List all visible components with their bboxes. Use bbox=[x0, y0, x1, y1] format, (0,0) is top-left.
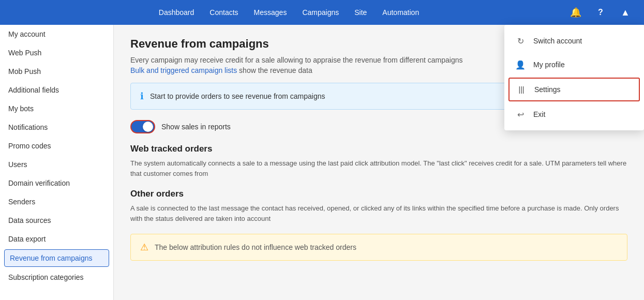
sidebar-item-promo-codes[interactable]: Promo codes bbox=[0, 137, 113, 155]
sidebar: My account Web Push Mob Push Additional … bbox=[0, 25, 114, 300]
bell-button[interactable]: 🔔 bbox=[567, 4, 584, 21]
sidebar-item-web-push[interactable]: Web Push bbox=[0, 43, 113, 62]
sidebar-item-additional-fields[interactable]: Additional fields bbox=[0, 81, 113, 99]
help-icon: ? bbox=[598, 8, 603, 17]
toggle-knob bbox=[143, 122, 153, 132]
my-profile-item[interactable]: 👤 My profile bbox=[504, 53, 644, 77]
sidebar-item-senders[interactable]: Senders bbox=[0, 192, 113, 211]
sidebar-item-my-bots[interactable]: My bots bbox=[0, 99, 113, 118]
nav-links: Dashboard Contacts Messages Campaigns Si… bbox=[10, 8, 567, 17]
account-menu-button[interactable]: ▲ bbox=[617, 4, 634, 21]
sidebar-item-subscription-categories[interactable]: Subscription categories bbox=[0, 268, 113, 287]
switch-account-item[interactable]: ↻ Switch account bbox=[504, 29, 644, 53]
info-message-text: Start to provide orders to see revenue f… bbox=[150, 92, 325, 100]
sidebar-item-my-account[interactable]: My account bbox=[0, 25, 113, 43]
other-orders-desc: A sale is connected to the last message … bbox=[130, 203, 627, 223]
sidebar-item-mob-push[interactable]: Mob Push bbox=[0, 62, 113, 81]
nav-messages[interactable]: Messages bbox=[254, 8, 287, 17]
exit-item[interactable]: ↩ Exit bbox=[504, 102, 644, 126]
sidebar-item-users[interactable]: Users bbox=[0, 155, 113, 174]
nav-contacts[interactable]: Contacts bbox=[209, 8, 238, 17]
nav-dashboard[interactable]: Dashboard bbox=[159, 8, 194, 17]
exit-icon: ↩ bbox=[515, 109, 526, 120]
sidebar-item-notifications[interactable]: Notifications bbox=[0, 118, 113, 137]
top-navigation: Dashboard Contacts Messages Campaigns Si… bbox=[0, 0, 644, 25]
web-tracked-desc: The system automatically connects a sale… bbox=[130, 158, 627, 178]
sidebar-item-domain-verification[interactable]: Domain verification bbox=[0, 174, 113, 192]
nav-campaigns[interactable]: Campaigns bbox=[302, 8, 339, 17]
exit-label: Exit bbox=[533, 110, 545, 118]
warning-icon: ⚠ bbox=[140, 242, 148, 253]
settings-icon: ||| bbox=[516, 84, 527, 95]
toggle-label: Show sales in reports bbox=[161, 123, 231, 131]
sidebar-item-data-sources[interactable]: Data sources bbox=[0, 211, 113, 230]
sidebar-item-data-export[interactable]: Data export bbox=[0, 230, 113, 248]
profile-icon: 👤 bbox=[515, 59, 526, 70]
other-orders-title: Other orders bbox=[130, 189, 627, 199]
account-dropdown: ↻ Switch account 👤 My profile ||| Settin… bbox=[504, 25, 644, 130]
nav-automation[interactable]: Automation bbox=[382, 8, 419, 17]
warning-message-box: ⚠ The below attribution rules do not inf… bbox=[130, 234, 627, 261]
nav-site[interactable]: Site bbox=[354, 8, 367, 17]
switch-account-icon: ↻ bbox=[515, 35, 526, 47]
my-profile-label: My profile bbox=[533, 61, 565, 69]
switch-account-label: Switch account bbox=[533, 37, 582, 45]
help-button[interactable]: ? bbox=[592, 4, 609, 21]
info-icon: ℹ bbox=[140, 91, 144, 102]
chevron-up-icon: ▲ bbox=[621, 7, 630, 18]
settings-item[interactable]: ||| Settings bbox=[508, 78, 640, 101]
settings-label: Settings bbox=[534, 85, 561, 94]
show-sales-toggle[interactable] bbox=[130, 120, 155, 133]
nav-right: 🔔 ? ▲ bbox=[567, 4, 634, 21]
warning-message-text: The below attribution rules do not influ… bbox=[155, 243, 356, 251]
sidebar-item-revenue-from-campaigns[interactable]: Revenue from campaigns bbox=[4, 249, 109, 267]
web-tracked-title: Web tracked orders bbox=[130, 144, 627, 154]
bell-icon: 🔔 bbox=[570, 7, 581, 18]
bulk-campaigns-link[interactable]: Bulk and triggered campaign lists bbox=[130, 66, 237, 74]
